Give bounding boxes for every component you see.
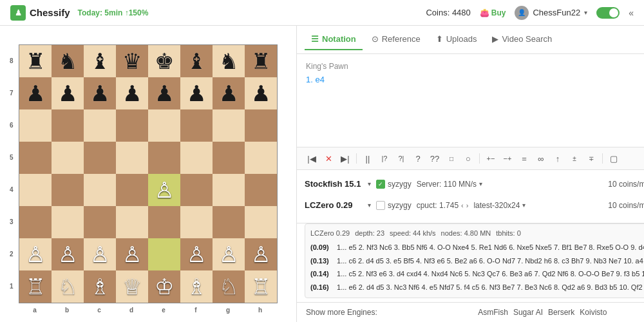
square-a2[interactable]: ♙ xyxy=(19,238,52,270)
square-h8[interactable]: ♜ xyxy=(245,45,277,77)
engine-chip-asmfish[interactable]: AsmFish xyxy=(478,308,508,317)
square-h4[interactable] xyxy=(245,174,277,206)
tab-uploads[interactable]: ⬆ Uploads xyxy=(430,29,484,50)
square-f6[interactable] xyxy=(180,109,213,142)
lczero-dropdown[interactable]: ▾ xyxy=(368,202,371,209)
annotation-1[interactable]: |? xyxy=(377,151,392,166)
square-c7[interactable]: ♟ xyxy=(84,77,116,109)
server-dropdown-1[interactable]: ▾ xyxy=(479,180,482,187)
square-d8[interactable]: ♛ xyxy=(116,45,148,77)
square-a8[interactable]: ♜ xyxy=(19,45,52,77)
square-b2[interactable]: ♙ xyxy=(52,238,84,270)
square-a7[interactable]: ♟ xyxy=(19,77,52,109)
square-h1[interactable]: ♖ xyxy=(245,270,277,303)
square-g1[interactable]: ♘ xyxy=(213,270,245,303)
square-e4[interactable]: ♙ xyxy=(148,174,180,206)
square-f4[interactable] xyxy=(180,174,213,206)
square-a5[interactable] xyxy=(19,142,52,174)
eval-minus[interactable]: −+ xyxy=(500,151,515,166)
annotation-3[interactable]: ? xyxy=(411,151,425,166)
square-h2[interactable]: ♙ xyxy=(245,238,277,270)
square-c4[interactable] xyxy=(84,174,116,206)
pause-button[interactable]: || xyxy=(361,151,375,166)
square-b3[interactable] xyxy=(52,206,84,238)
square-d1[interactable]: ♕ xyxy=(116,270,148,303)
square-b8[interactable]: ♞ xyxy=(52,45,84,77)
square-a1[interactable]: ♖ xyxy=(19,270,52,303)
show-more-engines[interactable]: Show more Engines: AsmFish Sugar AI Bers… xyxy=(297,302,644,322)
logo[interactable]: ♟ Chessify xyxy=(10,5,70,21)
engine-chip-sugai[interactable]: Sugar AI xyxy=(513,308,543,317)
engine-chip-berserk[interactable]: Berserk xyxy=(548,308,574,317)
eval-plus[interactable]: +− xyxy=(484,151,498,166)
square-d6[interactable] xyxy=(116,109,148,142)
stockfish-dropdown[interactable]: ▾ xyxy=(368,180,371,187)
square-c2[interactable]: ♙ xyxy=(84,238,116,270)
go-end-button[interactable]: ▶| xyxy=(338,151,352,166)
eval-mp[interactable]: ∓ xyxy=(584,151,598,166)
square-f7[interactable]: ♟ xyxy=(180,77,213,109)
square-g4[interactable] xyxy=(213,174,245,206)
square-f5[interactable] xyxy=(180,142,213,174)
square-b7[interactable]: ♟ xyxy=(52,77,84,109)
tab-reference[interactable]: ⊙ Reference xyxy=(365,29,427,50)
annotation-2[interactable]: ?| xyxy=(394,151,408,166)
square-d7[interactable]: ♟ xyxy=(116,77,148,109)
cpuct-nav-left[interactable]: ‹ xyxy=(461,202,464,209)
eval-inf[interactable]: ∞ xyxy=(534,151,548,166)
annotation-4[interactable]: ?? xyxy=(428,151,442,166)
engine-line-2[interactable]: (0.13) 1... c6 2. d4 d5 3. e5 Bf5 4. Nf3… xyxy=(310,254,644,268)
square-g8[interactable]: ♞ xyxy=(213,45,245,77)
user-area[interactable]: 👤 ChessFun22 ▾ xyxy=(515,6,587,20)
square-g3[interactable] xyxy=(213,206,245,238)
square-d4[interactable] xyxy=(116,174,148,206)
syzygy-checkbox-empty[interactable] xyxy=(376,201,385,210)
engine-line-4[interactable]: (0.16) 1... e6 2. d4 d5 3. Nc3 Nf6 4. e5… xyxy=(310,281,644,294)
square-e5[interactable] xyxy=(148,142,180,174)
engine-chip-koivisto[interactable]: Koivisto xyxy=(580,308,607,317)
square-h3[interactable] xyxy=(245,206,277,238)
square-d2[interactable]: ♙ xyxy=(116,238,148,270)
theme-toggle[interactable] xyxy=(596,7,620,19)
syzygy-checkbox-checked[interactable]: ✓ xyxy=(376,180,385,189)
square-c5[interactable] xyxy=(84,142,116,174)
cpuct-nav-right[interactable]: › xyxy=(466,202,469,209)
moves-text[interactable]: 1. e4 xyxy=(306,75,644,84)
square-e2[interactable] xyxy=(148,238,180,270)
square-a6[interactable] xyxy=(19,109,52,142)
network-dropdown[interactable]: ▾ xyxy=(522,202,526,209)
square-c3[interactable] xyxy=(84,206,116,238)
square-f1[interactable]: ♗ xyxy=(180,270,213,303)
square-b5[interactable] xyxy=(52,142,84,174)
collapse-button[interactable]: « xyxy=(629,8,634,18)
square-e8[interactable]: ♚ xyxy=(148,45,180,77)
square-g2[interactable]: ♙ xyxy=(213,238,245,270)
square-c6[interactable] xyxy=(84,109,116,142)
engine-line-3[interactable]: (0.14) 1... c5 2. Nf3 e6 3. d4 cxd4 4. N… xyxy=(310,267,644,281)
diagram-button[interactable]: ▢ xyxy=(607,151,621,166)
square-h7[interactable]: ♟ xyxy=(245,77,277,109)
square-h6[interactable] xyxy=(245,109,277,142)
tab-video-search[interactable]: ▶ Video Search xyxy=(486,29,558,50)
square-b6[interactable] xyxy=(52,109,84,142)
chess-board[interactable]: ♜♞♝♛♚♝♞♜♟♟♟♟♟♟♟♟♙♙♙♙♙♙♙♙♖♘♗♕♔♗♘♖ xyxy=(19,44,278,303)
square-f2[interactable]: ♙ xyxy=(180,238,213,270)
square-a3[interactable] xyxy=(19,206,52,238)
square-c8[interactable]: ♝ xyxy=(84,45,116,77)
square-e6[interactable] xyxy=(148,109,180,142)
square-h5[interactable] xyxy=(245,142,277,174)
annotation-5[interactable]: □ xyxy=(444,151,459,166)
square-g6[interactable] xyxy=(213,109,245,142)
eval-equal[interactable]: = xyxy=(517,151,531,166)
square-e7[interactable]: ♟ xyxy=(148,77,180,109)
buy-button[interactable]: 👛 Buy xyxy=(480,8,506,17)
square-g5[interactable] xyxy=(213,142,245,174)
engine-line-1[interactable]: (0.09) 1... e5 2. Nf3 Nc6 3. Bb5 Nf6 4. … xyxy=(310,241,644,254)
square-e3[interactable] xyxy=(148,206,180,238)
square-b4[interactable] xyxy=(52,174,84,206)
square-c1[interactable]: ♗ xyxy=(84,270,116,303)
tab-notation[interactable]: ☰ Notation xyxy=(305,29,363,50)
square-f8[interactable]: ♝ xyxy=(180,45,213,77)
square-d3[interactable] xyxy=(116,206,148,238)
go-start-button[interactable]: |◀ xyxy=(305,151,319,166)
